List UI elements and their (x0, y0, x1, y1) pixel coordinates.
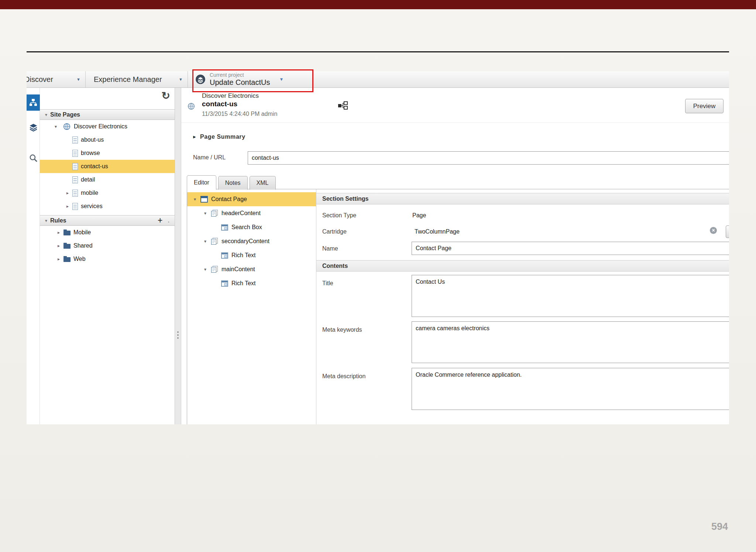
meta-keywords-label: Meta keywords (322, 327, 362, 333)
folder-icon (63, 231, 71, 235)
search-icon (29, 153, 38, 163)
section-name-input[interactable] (412, 242, 729, 255)
expand-triangle-icon: ▾ (55, 124, 61, 129)
rules-folder-web[interactable]: ▸ Web (40, 252, 175, 266)
component-secondary-content[interactable]: ▾ secondaryContent (187, 234, 316, 248)
expand-triangle-icon: ▸ (58, 230, 63, 235)
tab-experience-manager-label: Experience Manager (94, 75, 162, 84)
topbar: Discover ▼ Experience Manager ▼ Current … (27, 71, 729, 88)
tree-item-detail[interactable]: detail (40, 173, 175, 186)
collapse-triangle-icon: ▾ (45, 112, 47, 117)
expand-triangle-icon: ▸ (66, 190, 72, 196)
component-search-box[interactable]: Search Box (187, 220, 316, 234)
tab-notes[interactable]: Notes (218, 176, 248, 190)
slide-divider-line (27, 51, 729, 52)
add-rule-icon[interactable]: + (158, 216, 162, 225)
globe-icon (63, 123, 71, 130)
cartridge-label: Cartridge (322, 228, 347, 235)
component-rich-text-1[interactable]: Rich Text (187, 248, 316, 262)
expand-triangle-icon: ▾ (194, 197, 200, 202)
tab-experience-manager[interactable]: Experience Manager ▼ (86, 71, 188, 87)
tree-item-contact-us[interactable]: contact-us (40, 160, 175, 173)
main-editor-area: Discover Electronics contact-us 11/3/201… (181, 88, 729, 424)
page-icon (72, 203, 78, 210)
content-stack-icon (211, 238, 218, 245)
site-pages-header[interactable]: ▾ Site Pages (40, 109, 175, 120)
tab-xml[interactable]: XML (250, 176, 276, 190)
section-settings-panel: Section Settings Section Type Page Cartr… (316, 189, 729, 424)
last-modified: 11/3/2015 4:24:40 PM admin (202, 111, 277, 117)
preview-button[interactable]: Preview (685, 99, 724, 113)
page-summary-toggle[interactable]: ► Page Summary (192, 134, 245, 140)
component-label: Rich Text (231, 280, 256, 287)
expand-triangle-icon: ▸ (58, 256, 63, 262)
tab-discover[interactable]: Discover ▼ (27, 71, 86, 87)
component-label: Contact Page (211, 196, 247, 203)
meta-description-textarea[interactable]: Oracle Commerce reference application. (412, 368, 729, 410)
left-icon-strip (27, 88, 40, 424)
content-stack-icon (211, 210, 218, 217)
cartridge-icon (221, 252, 228, 259)
overflow-icon: . (168, 217, 169, 224)
collapsed-triangle-icon: ► (192, 134, 197, 139)
page-template-icon (200, 196, 208, 203)
folder-label: Mobile (73, 229, 91, 236)
sitemap-icon (29, 99, 37, 107)
sitemap-nav-button[interactable] (27, 94, 40, 111)
folder-icon (63, 244, 71, 249)
rules-folder-shared[interactable]: ▸ Shared (40, 239, 175, 252)
chevron-down-icon: ▼ (279, 77, 284, 82)
component-label: headerContent (221, 210, 261, 217)
folder-label: Web (73, 256, 86, 262)
tree-item-mobile[interactable]: ▸ mobile (40, 186, 175, 200)
tree-item-services[interactable]: ▸ services (40, 200, 175, 213)
search-nav-button[interactable] (27, 153, 40, 163)
splitter-handle[interactable] (177, 331, 179, 339)
current-project-name: Update ContactUs (210, 78, 270, 86)
current-project-selector[interactable]: Current project Update ContactUs ▼ (188, 71, 284, 87)
page-title: contact-us (202, 100, 237, 108)
tree-item-about-us[interactable]: about-us (40, 133, 175, 146)
tab-editor[interactable]: Editor (187, 175, 216, 190)
panel-gutter (175, 88, 181, 424)
component-rich-text-2[interactable]: Rich Text (187, 276, 316, 290)
meta-keywords-textarea[interactable]: camera cameras electronics (412, 321, 729, 363)
rules-header-label: Rules (50, 217, 66, 224)
refresh-icon[interactable]: ↻ (162, 91, 170, 101)
tree-item-label: services (81, 203, 103, 210)
tree-item-discover-electronics[interactable]: ▾ Discover Electronics (40, 120, 175, 133)
tree-item-browse[interactable]: browse (40, 146, 175, 160)
layers-nav-button[interactable] (27, 123, 40, 132)
page-header: Discover Electronics contact-us 11/3/201… (181, 88, 729, 123)
name-url-input[interactable] (248, 151, 729, 165)
tree-toolbar: ↻ (40, 88, 175, 109)
edit-cartridge-button[interactable] (726, 225, 729, 238)
title-label: Title (322, 280, 333, 287)
remove-cartridge-icon[interactable]: × (710, 227, 717, 234)
tree-item-label: browse (81, 150, 100, 156)
section-type-label: Section Type (322, 212, 356, 219)
expand-triangle-icon: ▸ (58, 243, 63, 248)
contents-header: Contents (316, 260, 729, 272)
title-textarea[interactable]: Contact Us (412, 275, 729, 317)
meta-description-label: Meta description (322, 373, 365, 380)
folder-label: Shared (73, 242, 93, 249)
expand-triangle-icon: ▾ (204, 239, 211, 244)
app-body: ↻ ▾ Site Pages ▾ Discover Electronics (27, 88, 729, 424)
experience-manager-window: Discover ▼ Experience Manager ▼ Current … (27, 71, 729, 424)
tree-item-label: contact-us (81, 163, 108, 170)
name-label: Name (322, 245, 338, 252)
component-header-content[interactable]: ▾ headerContent (187, 206, 316, 220)
folder-icon (63, 257, 71, 262)
layers-icon (29, 123, 38, 132)
page-summary-label: Page Summary (200, 134, 245, 140)
component-main-content[interactable]: ▾ mainContent (187, 262, 316, 276)
rules-header[interactable]: ▾ Rules + . (40, 215, 175, 226)
rules-folder-mobile[interactable]: ▸ Mobile (40, 226, 175, 239)
current-project-caption: Current project (210, 72, 270, 78)
globe-icon (188, 103, 195, 110)
page-icon (72, 176, 78, 183)
section-settings-header: Section Settings (316, 193, 729, 204)
page-icon (72, 150, 78, 157)
component-contact-page[interactable]: ▾ Contact Page (187, 192, 316, 206)
